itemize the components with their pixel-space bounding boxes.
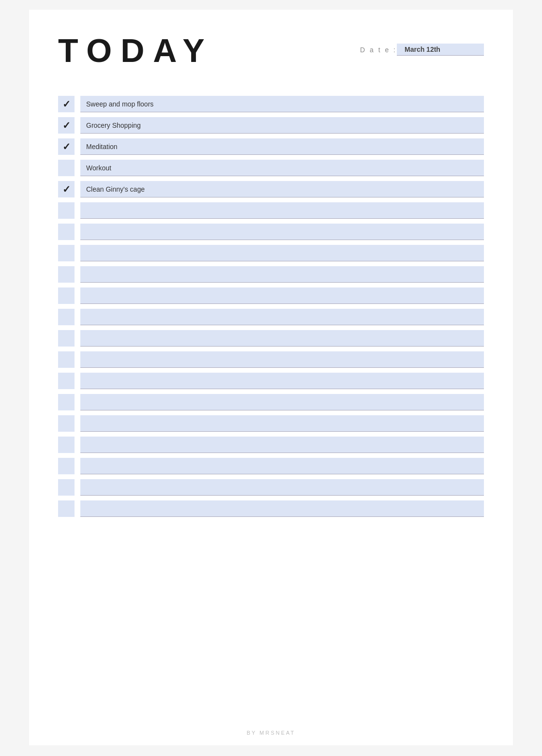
task-text[interactable]: Meditation	[80, 138, 484, 155]
task-checkbox[interactable]	[58, 415, 75, 432]
task-checkbox[interactable]	[58, 351, 75, 368]
task-checkbox[interactable]: ✓	[58, 181, 75, 197]
task-text[interactable]	[80, 245, 484, 261]
date-section: D a t e : March 12th	[360, 44, 484, 56]
task-checkbox[interactable]	[58, 245, 75, 261]
task-checkbox[interactable]	[58, 394, 75, 410]
page-title: TODAY	[58, 34, 213, 67]
date-value[interactable]: March 12th	[397, 44, 484, 56]
task-text[interactable]	[80, 266, 484, 283]
task-row	[58, 479, 484, 496]
task-text[interactable]: Grocery Shopping	[80, 117, 484, 134]
task-checkbox[interactable]	[58, 266, 75, 283]
task-text[interactable]: Workout	[80, 160, 484, 176]
task-text[interactable]	[80, 224, 484, 240]
task-row	[58, 287, 484, 304]
task-text[interactable]	[80, 415, 484, 432]
task-text[interactable]	[80, 287, 484, 304]
task-checkbox[interactable]	[58, 202, 75, 219]
task-text[interactable]	[80, 500, 484, 517]
footer-credit: BY MRSNEAT	[29, 730, 513, 736]
task-checkbox[interactable]: ✓	[58, 96, 75, 112]
tasks-list: ✓Sweep and mop floors✓Grocery Shopping✓M…	[58, 96, 484, 517]
task-row: ✓Clean Ginny's cage	[58, 181, 484, 197]
task-row	[58, 224, 484, 240]
task-checkbox[interactable]	[58, 160, 75, 176]
task-row	[58, 415, 484, 432]
task-row: Workout	[58, 160, 484, 176]
task-row	[58, 394, 484, 410]
task-row: ✓Sweep and mop floors	[58, 96, 484, 112]
task-checkbox[interactable]	[58, 330, 75, 347]
task-row	[58, 351, 484, 368]
task-text[interactable]	[80, 394, 484, 410]
task-checkbox[interactable]	[58, 500, 75, 517]
task-row	[58, 500, 484, 517]
task-row	[58, 330, 484, 347]
task-row	[58, 202, 484, 219]
task-row	[58, 266, 484, 283]
task-checkbox[interactable]	[58, 458, 75, 474]
task-row	[58, 373, 484, 389]
task-checkbox[interactable]	[58, 373, 75, 389]
task-text[interactable]	[80, 309, 484, 325]
task-text[interactable]	[80, 479, 484, 496]
page: TODAY D a t e : March 12th ✓Sweep and mo…	[29, 10, 513, 745]
task-checkbox[interactable]	[58, 309, 75, 325]
task-text[interactable]	[80, 202, 484, 219]
task-checkbox[interactable]	[58, 479, 75, 496]
task-text[interactable]	[80, 351, 484, 368]
header: TODAY D a t e : March 12th	[58, 34, 484, 67]
task-row	[58, 458, 484, 474]
task-text[interactable]: Clean Ginny's cage	[80, 181, 484, 197]
task-checkbox[interactable]: ✓	[58, 138, 75, 155]
date-label: D a t e :	[360, 46, 397, 54]
task-row	[58, 437, 484, 453]
task-checkbox[interactable]	[58, 437, 75, 453]
task-text[interactable]	[80, 437, 484, 453]
task-row	[58, 309, 484, 325]
task-row	[58, 245, 484, 261]
task-checkbox[interactable]	[58, 224, 75, 240]
task-checkbox[interactable]: ✓	[58, 117, 75, 134]
task-text[interactable]	[80, 458, 484, 474]
task-checkbox[interactable]	[58, 287, 75, 304]
task-text[interactable]: Sweep and mop floors	[80, 96, 484, 112]
task-row: ✓Grocery Shopping	[58, 117, 484, 134]
task-text[interactable]	[80, 330, 484, 347]
task-row: ✓Meditation	[58, 138, 484, 155]
task-text[interactable]	[80, 373, 484, 389]
